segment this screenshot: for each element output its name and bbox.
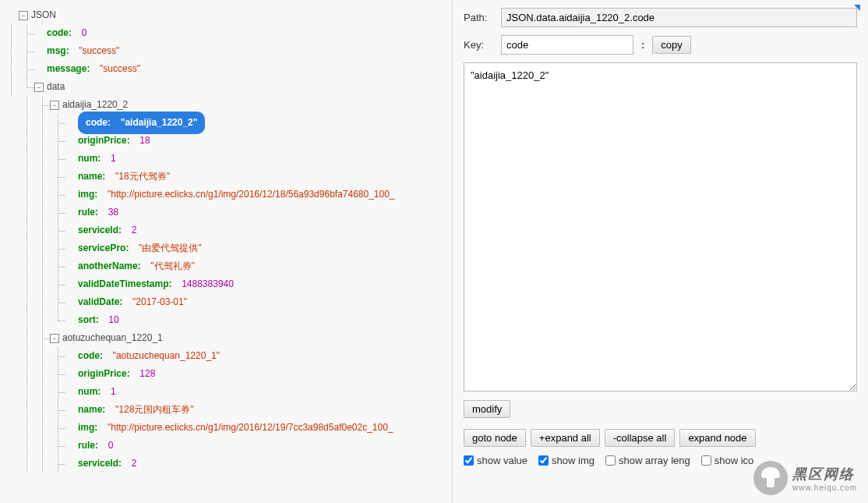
tree-node[interactable]: anotherName : "代驾礼券" [3,257,449,275]
tree-node[interactable]: servicePro : "由爱代驾提供" [3,239,449,257]
collapse-icon[interactable]: − [50,334,59,343]
tree-node[interactable]: name : "128元国内租车券" [3,401,449,419]
value-textarea[interactable] [464,62,857,391]
tree-node[interactable]: serviceId : 2 [3,221,449,239]
modify-button[interactable]: modify [464,400,510,418]
tree-node[interactable]: serviceId : 2 [3,455,449,473]
colon-separator: : [640,39,646,51]
collapse-icon[interactable]: − [50,101,59,110]
expand-node-button[interactable]: expand node [679,429,755,447]
tree-root[interactable]: − JSON [3,6,449,24]
copy-button[interactable]: copy [652,36,690,54]
show-array-checkbox[interactable]: show array leng [605,455,690,466]
tree-node[interactable]: rule : 38 [3,204,449,221]
key-label: Key: [464,39,495,51]
path-input[interactable] [501,8,857,27]
detail-panel: Path: Key: : copy modify goto node +expa… [452,0,868,503]
tree-node[interactable]: name : "18元代驾券" [3,168,449,186]
show-img-checkbox[interactable]: show img [538,455,595,466]
tree-node[interactable]: originPrice : 18 [3,132,449,150]
tree-node[interactable]: rule : 0 [3,437,449,455]
tree-node-data[interactable]: − data [3,78,449,96]
tree-node-msg[interactable]: msg : "success" [3,42,449,60]
tree-node[interactable]: num : 1 [3,150,449,168]
tree-root-label: JSON [31,6,56,24]
tree-node-message[interactable]: message : "success" [3,60,449,78]
tree-node[interactable]: sort : 10 [3,311,449,329]
json-tree-panel: − JSON code : 0 msg : "success" message … [0,0,452,503]
tree-node[interactable]: num : 1 [3,383,449,401]
tree-node-selected[interactable]: code : "aidaijia_1220_2" [3,114,449,132]
tree-node[interactable]: validDateTimestamp : 1488383940 [3,275,449,293]
expand-all-button[interactable]: +expand all [531,429,600,447]
show-ico-checkbox[interactable]: show ico [701,455,754,466]
goto-node-button[interactable]: goto node [464,429,526,447]
watermark-title: 黑区网络 [792,465,857,484]
show-value-checkbox[interactable]: show value [464,455,528,466]
tree-node[interactable]: validDate : "2017-03-01" [3,293,449,311]
tree-node[interactable]: img : "http://picture.eclicks.cn/g1/img/… [3,419,449,437]
key-input[interactable] [501,35,633,55]
tree-node[interactable]: img : "http://picture.eclicks.cn/g1/img/… [3,186,449,204]
tree-node[interactable]: originPrice : 128 [3,365,449,383]
path-label: Path: [464,12,495,23]
tree-node[interactable]: code : "aotuzuchequan_1220_1" [3,347,449,365]
tree-node-obj1[interactable]: − aidaijia_1220_2 [3,96,449,114]
collapse-icon[interactable]: − [19,11,28,20]
tree-node-obj2[interactable]: − aotuzuchequan_1220_1 [3,329,449,347]
watermark-url: www.heiqu.com [792,484,857,492]
tree-node-code[interactable]: code : 0 [3,24,449,42]
collapse-icon[interactable]: − [34,83,44,92]
collapse-all-button[interactable]: -collapse all [605,429,676,447]
panel-corner-icon[interactable] [854,5,860,11]
